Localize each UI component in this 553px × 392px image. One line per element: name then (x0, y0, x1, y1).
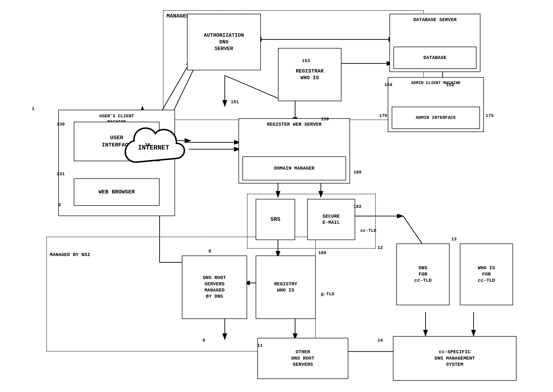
ref-170: 170 (379, 113, 387, 118)
ref-13: 13 (451, 237, 457, 242)
register-web-server-label: REGISTER WEB SERVER (239, 121, 349, 128)
database-server-box: DATABASE SERVER DATABASE (390, 14, 480, 72)
dns-root-servers-box: DNS ROOT SERVERS MANAGED BY DNS (182, 256, 247, 319)
g-tld-label: g-TLD (321, 292, 334, 297)
database-server-label: DATABASE SERVER (390, 17, 480, 23)
registry-who-is-box: REGISTRY WHO IS (256, 256, 316, 319)
dns-for-cctld-box: DNS FOR cc-TLD (396, 244, 450, 305)
cc-specific-label: cc-SPECIFIC DNS MANAGEMENT SYSTEM (434, 349, 475, 368)
domain-manager-box: DOMAIN MANAGER (242, 156, 346, 180)
registry-who-is-label: REGISTRY WHO IS (274, 281, 297, 294)
svg-text:INTERNET: INTERNET (138, 144, 169, 151)
managed-by-nsi-label: MANAGED BY NSI (50, 252, 90, 257)
admin-client-machine-label: ADMIN CLIENT MACHINE (388, 80, 483, 85)
ref-160: 160 (354, 170, 362, 175)
internet-cloud: INTERNET (117, 112, 191, 177)
web-browser-label: WEB BROWSER (99, 189, 135, 196)
ref-1: 1 (32, 106, 35, 112)
who-is-for-cctld-box: WHO IS FOR cc-TLD (460, 244, 513, 305)
ref-2: 2 (58, 202, 61, 208)
auth-dns-server-box: AUTHORIZATION DNS SERVER (187, 14, 261, 70)
ref-130: 130 (57, 122, 65, 127)
secure-email-box: SECURE E-MAIL (307, 199, 355, 240)
register-web-server-box: REGISTER WEB SERVER DOMAIN MANAGER (239, 118, 350, 183)
domain-manager-label: DOMAIN MANAGER (274, 165, 314, 171)
ref-12: 12 (377, 245, 383, 250)
registrar-who-is-box: REGISTRAR WHO IS (278, 48, 341, 101)
ref-151: 151 (231, 99, 239, 105)
ref-153: 153 (302, 58, 310, 63)
other-dns-root-servers-box: OTHER DNS ROOT SERVERS (257, 338, 348, 379)
ref-10: 10 (145, 142, 150, 147)
ref-175: 175 (486, 113, 494, 118)
ref-131: 131 (57, 171, 65, 177)
secure-email-label: SECURE E-MAIL (323, 213, 340, 226)
database-label: DATABASE (424, 55, 447, 61)
ref-14: 14 (377, 338, 383, 343)
srs-label: SRS (270, 216, 280, 223)
web-browser-box: WEB BROWSER (74, 178, 160, 206)
other-dns-root-servers-label: OTHER DNS ROOT SERVERS (291, 349, 314, 368)
admin-interface-box: ADMIN INTERFACE (392, 107, 480, 129)
auth-dns-server-label: AUTHORIZATION DNS SERVER (204, 32, 244, 52)
ref-180: 180 (318, 250, 326, 256)
ref-152: 152 (446, 82, 454, 87)
diagram: MANAGED BY AR MANAGED BY NSI USER'S CLIE… (0, 0, 553, 392)
cc-specific-box: cc-SPECIFIC DNS MANAGEMENT SYSTEM (393, 336, 517, 381)
cloud-svg: INTERNET (117, 112, 191, 177)
ref-150: 150 (321, 117, 329, 122)
ref-182: 182 (354, 204, 362, 209)
registrar-who-is-label: REGISTRAR WHO IS (296, 68, 324, 81)
srs-box: SRS (256, 199, 295, 240)
ref-11: 11 (257, 343, 263, 348)
ref-9: 9 (202, 338, 205, 343)
cc-tld-label: cc-TLD (360, 228, 376, 233)
who-is-for-cctld-label: WHO IS FOR cc-TLD (478, 265, 495, 284)
admin-client-machine-box: ADMIN CLIENT MACHINE ADMIN INTERFACE (388, 77, 484, 132)
database-inner-box: DATABASE (393, 47, 476, 69)
admin-interface-label: ADMIN INTERFACE (416, 115, 456, 121)
ref-8: 8 (208, 249, 211, 254)
ref-154: 154 (384, 82, 392, 87)
dns-root-servers-label: DNS ROOT SERVERS MANAGED BY DNS (203, 275, 226, 300)
dns-for-cctld-label: DNS FOR cc-TLD (414, 265, 432, 284)
